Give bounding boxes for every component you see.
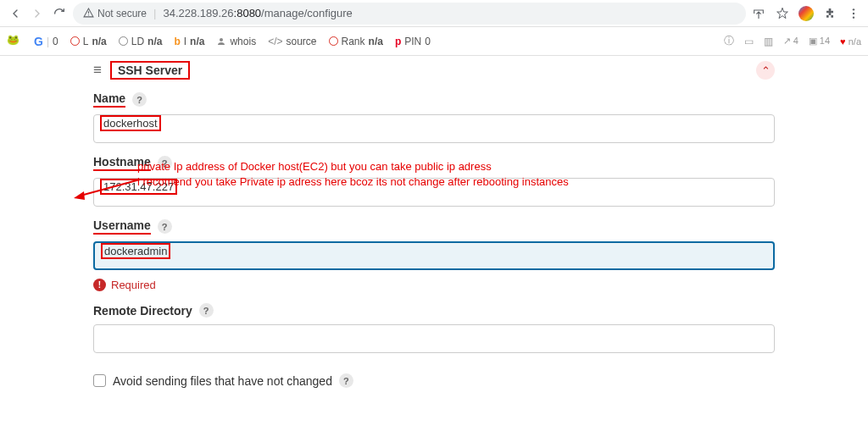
help-icon[interactable]: ? bbox=[158, 219, 172, 234]
avoid-label: Avoid sending files that have not change… bbox=[113, 374, 332, 388]
url-bar[interactable]: Not secure | 34.228.189.26:8080/manage/c… bbox=[73, 3, 746, 25]
page-content: ≡ SSH Server ⌃ Name ? dockerhost Hostnam… bbox=[0, 56, 868, 431]
browser-toolbar: Not secure | 34.228.189.26:8080/manage/c… bbox=[0, 0, 868, 27]
collapse-chevron-icon[interactable]: ⌃ bbox=[756, 61, 775, 80]
forward-button[interactable] bbox=[29, 5, 46, 22]
ext-google[interactable]: G|0 bbox=[34, 35, 58, 48]
menu-icon[interactable] bbox=[846, 6, 861, 21]
svg-point-2 bbox=[853, 16, 854, 18]
chart-icon[interactable]: ▥ bbox=[764, 36, 773, 47]
form-group-username: Username ? dockeradmin ! Required bbox=[93, 218, 775, 291]
ext-badge-1[interactable]: ↗ 4 bbox=[783, 36, 798, 47]
ext-badge-2[interactable]: ▣ 14 bbox=[809, 36, 830, 47]
annotation-text: private Ip address of Docker host(EC2) b… bbox=[137, 159, 612, 189]
ext-l[interactable]: L n/a bbox=[70, 36, 107, 47]
drag-handle-icon[interactable]: ≡ bbox=[93, 62, 102, 79]
form-group-name: Name ? dockerhost bbox=[93, 91, 775, 143]
required-text: Required bbox=[111, 279, 156, 291]
reload-button[interactable] bbox=[51, 5, 68, 22]
info-icon[interactable]: ⓘ bbox=[724, 34, 734, 48]
ext-ld[interactable]: LD n/a bbox=[119, 36, 163, 47]
star-icon[interactable] bbox=[775, 6, 790, 21]
section-header: ≡ SSH Server ⌃ bbox=[93, 61, 775, 80]
share-icon[interactable] bbox=[751, 6, 766, 21]
back-button[interactable] bbox=[7, 5, 24, 22]
ext-bing[interactable]: bI n/a bbox=[174, 36, 204, 47]
warning-icon bbox=[83, 8, 94, 19]
security-indicator[interactable]: Not secure bbox=[83, 8, 147, 19]
extension-bar: 🐸 G|0 L n/a LD n/a bI n/a whois </>sourc… bbox=[0, 27, 868, 56]
person-icon bbox=[216, 36, 226, 47]
section-title: SSH Server bbox=[110, 61, 190, 80]
username-value: dockeradmin bbox=[101, 243, 170, 259]
avoid-checkbox[interactable] bbox=[93, 374, 106, 387]
browser-actions bbox=[751, 6, 861, 21]
error-icon: ! bbox=[93, 279, 106, 291]
name-input[interactable]: dockerhost bbox=[93, 114, 775, 143]
help-icon[interactable]: ? bbox=[339, 373, 353, 388]
help-icon[interactable]: ? bbox=[199, 303, 214, 318]
ext-badge-3[interactable]: ♥ n/a bbox=[840, 36, 861, 47]
svg-point-0 bbox=[853, 8, 854, 10]
ext-source[interactable]: </>source bbox=[268, 36, 316, 47]
security-text: Not secure bbox=[97, 8, 147, 19]
ext-rank[interactable]: Rank n/a bbox=[329, 36, 383, 47]
ext-right-icons: ⓘ ▭ ▥ ↗ 4 ▣ 14 ♥ n/a bbox=[724, 34, 861, 48]
ext-pin[interactable]: pPIN 0 bbox=[395, 36, 431, 47]
name-value: dockerhost bbox=[100, 115, 161, 131]
avoid-sending-row: Avoid sending files that have not change… bbox=[93, 373, 775, 388]
remote-dir-input[interactable] bbox=[93, 324, 775, 353]
profile-icon[interactable] bbox=[798, 6, 814, 21]
layout-icon[interactable]: ▭ bbox=[744, 36, 754, 47]
help-icon[interactable]: ? bbox=[132, 92, 147, 107]
form-group-remote-dir: Remote Directory ? bbox=[93, 303, 775, 353]
svg-point-3 bbox=[220, 38, 223, 41]
username-label: Username bbox=[93, 218, 151, 235]
url-divider: | bbox=[153, 7, 156, 19]
remote-dir-label: Remote Directory bbox=[93, 304, 192, 318]
url-text: 34.228.189.26:8080/manage/configure bbox=[163, 7, 352, 19]
svg-point-1 bbox=[853, 12, 854, 14]
required-message: ! Required bbox=[93, 279, 775, 291]
favicon-icon: 🐸 bbox=[7, 34, 22, 49]
username-input[interactable]: dockeradmin bbox=[93, 241, 775, 270]
extensions-icon[interactable] bbox=[822, 6, 837, 21]
name-label: Name bbox=[93, 91, 125, 108]
ext-whois[interactable]: whois bbox=[216, 36, 256, 47]
svg-marker-5 bbox=[74, 191, 85, 200]
